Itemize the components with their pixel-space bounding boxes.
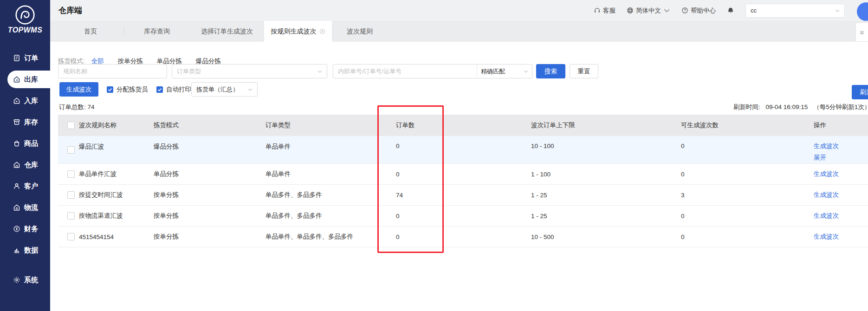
cell-wave-count: 3 xyxy=(681,185,814,205)
rule-name-input[interactable] xyxy=(58,64,167,78)
auto-print-label: 自动打印 xyxy=(166,85,191,94)
inbound-icon xyxy=(13,97,20,104)
row-action-link[interactable]: 生成波次 xyxy=(814,142,839,150)
order-no-input[interactable] xyxy=(333,65,477,78)
row-action-link[interactable]: 生成波次 xyxy=(814,212,839,220)
refresh-time-label: 刷新时间: xyxy=(733,104,760,110)
sidebar-item-finance[interactable]: 财务 xyxy=(0,218,50,240)
page-title: 仓库端 xyxy=(58,5,82,16)
order-type-select[interactable]: 订单类型 xyxy=(172,64,327,78)
data-icon xyxy=(13,246,20,254)
app-logo: TOPWMS xyxy=(0,0,50,34)
row-action-link[interactable]: 生成波次 xyxy=(814,191,839,199)
row-action-link[interactable]: 展开 xyxy=(814,154,826,162)
user-account-select[interactable]: cc xyxy=(745,4,845,18)
sidebar-item-outbound[interactable]: 出库 xyxy=(7,71,50,88)
row-checkbox[interactable] xyxy=(58,206,79,226)
sidebar-item-label: 物流 xyxy=(24,203,38,212)
row-checkbox[interactable] xyxy=(58,136,79,163)
tab-2[interactable]: 库存查询 xyxy=(124,21,190,42)
generate-wave-button[interactable]: 生成波次 xyxy=(59,82,98,97)
sidebar-item-customers[interactable]: 客户 xyxy=(0,175,50,197)
tab-3[interactable]: 选择订单生成波次 xyxy=(190,21,264,42)
tab-list-menu-button[interactable]: ≡ xyxy=(855,22,868,42)
sidebar: TOPWMS 订单出库入库库存商品仓库客户物流财务数据系统 xyxy=(0,0,50,311)
tab-1[interactable]: 首页 xyxy=(58,21,123,42)
chevron-down-icon xyxy=(524,69,528,74)
cell-wave-count: 0 xyxy=(681,227,814,247)
cell-wave-count: 0 xyxy=(681,206,814,226)
chevron-down-icon xyxy=(663,7,670,14)
search-button[interactable]: 搜索 xyxy=(536,64,565,78)
reset-button[interactable]: 重置 xyxy=(570,64,598,78)
tab-5[interactable]: 波次规则 xyxy=(332,21,388,42)
header-rule-name: 波次规则名称 xyxy=(79,115,154,136)
sidebar-item-data[interactable]: 数据 xyxy=(0,240,50,261)
tab-4[interactable]: 按规则生成波次 xyxy=(264,21,332,42)
chevron-down-icon xyxy=(248,87,253,92)
sidebar-item-products[interactable]: 商品 xyxy=(0,133,50,154)
sidebar-item-label: 入库 xyxy=(24,97,38,105)
brand-name: TOPWMS xyxy=(8,26,43,34)
sidebar-item-warehouse[interactable]: 仓库 xyxy=(0,154,50,175)
table-row: 按提交时间汇波按单分拣单品多件、多品多件741 - 253生成波次 xyxy=(58,185,868,206)
match-mode-select[interactable]: 精确匹配 xyxy=(477,65,532,78)
tab-close-icon[interactable] xyxy=(319,28,325,34)
checkbox-checked-icon xyxy=(107,86,113,93)
refresh-info: 刷新时间: 09-04 16:09:15 （每5分钟刷新1次） xyxy=(733,103,868,111)
auto-print-checkbox[interactable]: 自动打印 xyxy=(156,85,191,94)
order-document-icon xyxy=(13,54,20,62)
order-total-value: 74 xyxy=(88,104,95,110)
sidebar-item-orders[interactable]: 订单 xyxy=(0,47,50,69)
help-center-link[interactable]: 帮助中心 xyxy=(681,6,716,15)
chevron-down-icon xyxy=(835,8,840,13)
sidebar-item-inventory[interactable]: 库存 xyxy=(0,111,50,133)
sidebar-item-inbound[interactable]: 入库 xyxy=(0,90,50,111)
tab-label: 按规则生成波次 xyxy=(271,27,317,36)
table-row: 单品单件汇波单品分拣单品单件01 - 1000生成波次 xyxy=(58,164,868,185)
pick-list-type-select[interactable]: 拣货单（汇总） xyxy=(191,82,258,97)
refresh-time-value: 09-04 16:09:15 xyxy=(766,104,808,110)
row-checkbox[interactable] xyxy=(58,164,79,184)
question-circle-icon xyxy=(681,7,688,14)
order-no-search-group: 精确匹配 xyxy=(333,64,532,78)
customer-icon xyxy=(13,182,20,190)
cell-wave-count: 0 xyxy=(681,136,814,163)
header-order-count: 订单数 xyxy=(396,115,531,136)
sidebar-item-label: 仓库 xyxy=(24,161,38,169)
cell-actions: 生成波次 xyxy=(814,206,868,226)
refresh-button[interactable]: 刷新 xyxy=(852,85,868,99)
header-pick-mode: 拣货模式 xyxy=(154,115,266,136)
wave-rules-table: 波次规则名称 拣货模式 订单类型 订单数 波次订单上下限 可生成波次数 操作 爆… xyxy=(58,115,868,247)
table-body: 爆品汇波爆品分拣单品单件010 - 1000生成波次展开单品单件汇波单品分拣单品… xyxy=(58,136,868,247)
language-switcher[interactable]: 简体中文 xyxy=(627,6,670,15)
customer-service-link[interactable]: 客服 xyxy=(594,6,615,15)
checkbox-checked-icon xyxy=(156,86,163,93)
header-order-type: 订单类型 xyxy=(266,115,396,136)
pick-list-type-value: 拣货单（汇总） xyxy=(196,85,239,94)
assign-picker-checkbox[interactable]: 分配拣货员 xyxy=(107,85,148,94)
cell-wave-limit: 1 - 100 xyxy=(531,164,681,184)
customer-service-label: 客服 xyxy=(603,6,615,15)
cell-rule-name: 4515454154 xyxy=(79,227,154,247)
cell-pick-mode: 按单分拣 xyxy=(154,206,266,226)
cell-order-type: 单品多件、多品多件 xyxy=(266,185,396,205)
notifications-button[interactable] xyxy=(727,7,734,14)
cell-order-count: 0 xyxy=(396,164,531,184)
sidebar-item-label: 数据 xyxy=(24,246,38,255)
row-checkbox[interactable] xyxy=(58,227,79,247)
order-type-placeholder: 订单类型 xyxy=(177,67,201,76)
product-icon xyxy=(13,140,20,147)
sidebar-item-logistics[interactable]: 物流 xyxy=(0,197,50,218)
sidebar-item-label: 商品 xyxy=(24,139,38,148)
chevron-down-icon xyxy=(317,69,322,74)
system-gear-icon xyxy=(13,276,20,284)
row-action-link[interactable]: 生成波次 xyxy=(814,233,839,241)
row-action-link[interactable]: 生成波次 xyxy=(814,170,839,178)
select-all-checkbox[interactable] xyxy=(58,115,79,136)
sidebar-item-label: 库存 xyxy=(24,118,38,127)
row-checkbox[interactable] xyxy=(58,185,79,205)
cell-order-count: 0 xyxy=(396,136,531,163)
sidebar-item-system[interactable]: 系统 xyxy=(0,269,50,291)
cell-wave-limit: 10 - 500 xyxy=(531,227,681,247)
